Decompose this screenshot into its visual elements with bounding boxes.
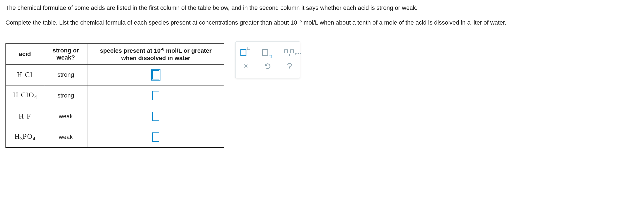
species-cell[interactable] — [88, 64, 224, 85]
prompt-line-2: Complete the table. List the chemical fo… — [5, 18, 639, 27]
list-icon-label: ,... — [294, 48, 301, 55]
subscript-button[interactable] — [262, 47, 273, 58]
header-species-pre: species present at 10 — [100, 48, 161, 54]
strength-cell: weak — [44, 127, 88, 147]
acid-cell: H Cl — [6, 64, 44, 85]
reset-button[interactable] — [262, 61, 273, 72]
prompt-line-1: The chemical formulae of some acids are … — [5, 3, 639, 12]
acid-formula: H3PO4 — [14, 132, 35, 140]
strength-cell: weak — [44, 106, 88, 127]
species-input[interactable] — [152, 132, 159, 142]
header-strong-weak: strong or weak? — [44, 44, 88, 64]
header-species-mid: mol/L or greater — [164, 48, 211, 54]
species-cell[interactable] — [88, 85, 224, 106]
acid-formula: H Cl — [17, 71, 33, 79]
header-species: species present at 10-6 mol/L or greater… — [88, 44, 224, 64]
superscript-button[interactable] — [240, 47, 251, 58]
acid-formula: H F — [19, 112, 31, 120]
species-input[interactable] — [152, 91, 159, 100]
superscript-icon — [240, 48, 251, 57]
table-row: H ClO4strong — [6, 85, 224, 106]
strength-cell: strong — [44, 64, 88, 85]
equation-toolbox: ,,... × ? — [235, 41, 300, 78]
table-row: H3PO4weak — [6, 127, 224, 147]
reset-icon — [264, 63, 271, 70]
acid-cell: H F — [6, 106, 44, 127]
help-button[interactable]: ? — [284, 61, 295, 72]
species-cell[interactable] — [88, 127, 224, 147]
strength-cell: strong — [44, 85, 88, 106]
table-row: H Fweak — [6, 106, 224, 127]
clear-button[interactable]: × — [240, 61, 251, 72]
species-cell[interactable] — [88, 106, 224, 127]
species-input[interactable] — [152, 70, 159, 79]
acid-table: acid strong or weak? species present at … — [5, 43, 224, 148]
header-acid: acid — [6, 44, 44, 64]
subscript-icon — [262, 48, 273, 57]
acid-formula: H ClO4 — [13, 91, 37, 99]
prompt-2-pre: Complete the table. List the chemical fo… — [5, 19, 297, 26]
table-row: H Clstrong — [6, 64, 224, 85]
header-species-sub: when dissolved in water — [121, 55, 190, 61]
prompt-2-post: mol/L when about a tenth of a mole of th… — [302, 19, 506, 26]
species-input[interactable] — [152, 112, 159, 121]
header-species-exp: -6 — [161, 47, 165, 51]
list-button[interactable]: ,,... — [284, 47, 295, 58]
prompt-2-exp: −6 — [297, 19, 302, 23]
acid-cell: H3PO4 — [6, 127, 44, 147]
acid-table-body: H ClstrongH ClO4strongH FweakH3PO4weak — [6, 64, 224, 147]
acid-cell: H ClO4 — [6, 85, 44, 106]
list-icon: ,,... — [284, 48, 295, 57]
